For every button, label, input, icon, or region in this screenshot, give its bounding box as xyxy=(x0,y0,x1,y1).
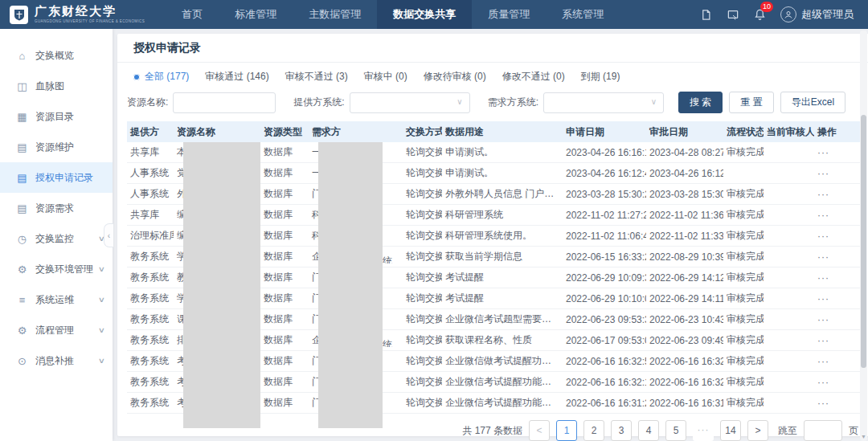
filter-tab-6[interactable]: 到期 (19) xyxy=(581,70,620,84)
filter-tab-label: 审核不通过 (3) xyxy=(285,70,348,84)
sidebar-item-exchange-env-mgmt[interactable]: ⚙交换环境管理∨ xyxy=(0,254,113,284)
filter-tab-1[interactable]: 审核通过 (146) xyxy=(205,70,268,84)
row-actions-button[interactable]: ··· xyxy=(814,168,860,179)
row-actions-button[interactable]: ··· xyxy=(814,293,860,304)
cell-status: 审核完成 xyxy=(723,354,764,368)
vertical-scrollbar[interactable]: ▼ xyxy=(860,31,867,441)
column-header-5: 数据用途 xyxy=(442,125,563,139)
nav-item-data-exchange-share[interactable]: 数据交换共享 xyxy=(377,0,472,29)
chevron-down-icon: ∨ xyxy=(457,97,462,106)
row-actions-button[interactable]: ··· xyxy=(814,335,860,346)
nav-item-system-mgmt[interactable]: 系统管理 xyxy=(546,0,620,29)
cell-provider: 教务系统 xyxy=(127,250,174,263)
row-actions-button[interactable]: ··· xyxy=(814,147,860,158)
page-ellipsis: ··· xyxy=(693,420,714,441)
row-actions-button[interactable]: ··· xyxy=(814,272,860,284)
sidebar-item-resource-catalog[interactable]: ▦资源目录 xyxy=(0,101,113,132)
document-icon[interactable] xyxy=(700,9,712,21)
next-page-button[interactable]: > xyxy=(747,420,768,441)
row-actions-button[interactable]: ··· xyxy=(814,251,860,263)
cell-exchange-mode: 轮询交换 xyxy=(403,229,442,243)
page-button-1[interactable]: 1 xyxy=(556,420,577,441)
nav-item-home[interactable]: 首页 xyxy=(166,0,219,29)
nav-item-master-data-mgmt[interactable]: 主数据管理 xyxy=(293,0,377,29)
cell-exchange-mode: 轮询交换 xyxy=(403,187,442,201)
sidebar-item-exchange-overview[interactable]: ⌂交换概览 xyxy=(0,40,113,71)
row-actions-button[interactable]: ··· xyxy=(814,314,860,325)
page-button-3[interactable]: 3 xyxy=(611,420,632,441)
resource-name-input[interactable] xyxy=(173,92,276,113)
column-header-7: 审批日期 xyxy=(646,125,723,139)
scroll-down-arrow-icon[interactable]: ▼ xyxy=(860,434,867,439)
sidebar-item-resource-maintenance[interactable]: ▤资源维护 xyxy=(0,132,113,162)
cell-data-usage: 考试提醒 xyxy=(442,292,563,305)
authorization-records-card: 授权申请记录 全部 (177)审核通过 (146)审核不通过 (3)审核中 (0… xyxy=(117,34,868,436)
sidebar-item-process-mgmt[interactable]: ⚙流程管理∨ xyxy=(0,315,113,345)
sidebar-item-exchange-monitor[interactable]: ◷交换监控∨ xyxy=(0,223,113,254)
row-actions-button[interactable]: ··· xyxy=(814,356,860,367)
document-icon: ▤ xyxy=(16,141,28,153)
search-toolbar: 资源名称: 提供方系统: ∨ 需求方系统: ∨ 搜 索 重 置 导出Excel xyxy=(117,85,868,121)
cell-resource-type: 数据库 xyxy=(260,396,309,410)
main-content: 授权申请记录 全部 (177)审核通过 (146)审核不通过 (3)审核中 (0… xyxy=(113,29,868,441)
export-excel-button[interactable]: 导出Excel xyxy=(780,92,845,113)
jump-page-unit: 页 xyxy=(849,424,858,438)
notification-bell-icon[interactable]: 10 xyxy=(754,8,766,21)
filter-tab-label: 到期 (19) xyxy=(581,70,620,84)
scrollbar-thumb[interactable] xyxy=(861,115,866,368)
nav-item-quality-mgmt[interactable]: 质量管理 xyxy=(472,0,546,29)
nav-item-standard-mgmt[interactable]: 标准管理 xyxy=(219,0,293,29)
cell-apply-date: 2022-06-16 16:31:28 xyxy=(563,398,646,409)
cell-provider: 共享库 xyxy=(127,208,174,222)
sidebar-collapse-handle[interactable]: ‹ xyxy=(104,223,113,247)
jump-to-label: 跳至 xyxy=(778,424,797,438)
cell-provider: 人事系统 xyxy=(127,187,174,201)
prev-page-button[interactable]: < xyxy=(529,420,550,441)
cell-approve-date: 2022-11-02 11:36:17 xyxy=(646,210,723,221)
column-header-6: 申请日期 xyxy=(563,125,646,139)
cell-status: 审核完成 xyxy=(723,187,764,201)
filter-tab-5[interactable]: 修改不通过 (0) xyxy=(502,70,565,84)
page-button-14[interactable]: 14 xyxy=(720,420,741,441)
sidebar-item-authorization-records[interactable]: ▤授权申请记录 xyxy=(0,162,113,193)
cell-approve-date: 2023-04-28 08:27:02 xyxy=(646,147,723,158)
cell-apply-date: 2022-06-29 10:10:01 xyxy=(563,293,646,304)
reset-button[interactable]: 重 置 xyxy=(729,92,773,113)
row-actions-button[interactable]: ··· xyxy=(814,398,860,409)
cell-status: 审核完成 xyxy=(723,145,764,159)
row-actions-button[interactable]: ··· xyxy=(814,189,860,200)
cell-approve-date: 2023-03-28 15:30:31 xyxy=(646,189,723,200)
filter-tab-label: 全部 (177) xyxy=(145,70,189,84)
search-button[interactable]: 搜 索 xyxy=(678,92,723,113)
image-icon: ◫ xyxy=(16,80,28,92)
filter-tab-2[interactable]: 审核不通过 (3) xyxy=(285,70,348,84)
row-actions-button[interactable]: ··· xyxy=(814,377,860,388)
requester-system-select[interactable]: ∨ xyxy=(543,92,664,113)
cell-provider: 教务系统 xyxy=(127,271,174,284)
column-header-4: 交换方式 xyxy=(403,125,442,139)
sidebar-item-system-ops[interactable]: ≡系统运维∨ xyxy=(0,284,113,315)
column-header-9: 当前审核人 xyxy=(764,125,814,139)
filter-tab-3[interactable]: 审核中 (0) xyxy=(364,70,407,84)
page-button-4[interactable]: 4 xyxy=(638,420,659,441)
sidebar-item-resource-demand[interactable]: ▤资源需求 xyxy=(0,193,113,223)
row-actions-button[interactable]: ··· xyxy=(814,210,860,221)
page-button-5[interactable]: 5 xyxy=(665,420,686,441)
page-button-2[interactable]: 2 xyxy=(583,420,604,441)
sidebar-item-message-push[interactable]: ⊙消息补推∨ xyxy=(0,345,113,376)
filter-tab-4[interactable]: 修改待审核 (0) xyxy=(424,70,486,84)
row-actions-button[interactable]: ··· xyxy=(814,231,860,242)
cell-status: 审核完成 xyxy=(723,312,764,326)
sidebar-item-lineage-map[interactable]: ◫血脉图 xyxy=(0,71,113,101)
monitor-icon[interactable] xyxy=(727,9,739,21)
column-header-2: 资源类型 xyxy=(260,125,309,139)
cell-status: 审核完成 xyxy=(723,250,764,263)
filter-tab-0[interactable]: 全部 (177) xyxy=(133,70,189,84)
list-icon: ≡ xyxy=(16,294,28,306)
jump-page-input[interactable] xyxy=(804,420,842,441)
user-menu[interactable]: 超级管理员 xyxy=(780,6,854,22)
provider-system-select[interactable]: ∨ xyxy=(350,92,470,113)
cell-resource-type: 数据库 xyxy=(260,166,309,180)
chevron-down-icon: ∨ xyxy=(98,296,105,304)
sidebar-item-label: 资源需求 xyxy=(35,202,104,215)
